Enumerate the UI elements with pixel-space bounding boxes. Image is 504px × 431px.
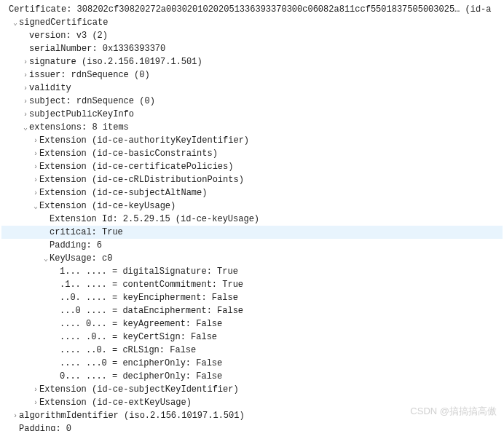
ext-bc-row[interactable]: › Extension (id-ce-basicConstraints) [1,147,503,160]
signed-certificate-row[interactable]: ⌄ signedCertificate [1,16,503,29]
chevron-right-icon[interactable]: › [32,175,39,186]
ku-bit8-label: 0... .... = decipherOnly: False [60,370,222,383]
ext-ku-row[interactable]: ⌄ Extension (id-ce-keyUsage) [1,199,503,213]
ext-cp-row[interactable]: › Extension (id-ce-certificatePolicies) [1,160,503,173]
ku-bit1-row[interactable]: .1.. .... = contentCommitment: True [1,278,503,291]
ext-crl-label: Extension (id-ce-cRLDistributionPoints) [39,173,244,186]
ku-bit0-row[interactable]: 1... .... = digitalSignature: True [1,265,503,278]
chevron-right-icon[interactable]: › [12,411,19,422]
algo-row[interactable]: › algorithmIdentifier (iso.2.156.10197.1… [1,409,503,422]
signature-label: signature (iso.2.156.10197.1.501) [29,55,202,68]
spki-row[interactable]: › subjectPublicKeyInfo [1,108,503,121]
serial-row[interactable]: serialNumber: 0x1336393370 [1,42,503,55]
chevron-blank-icon [52,371,60,382]
extensions-row[interactable]: ⌄ extensions: 8 items [1,121,503,134]
padding-label: Padding: 6 [50,239,102,252]
signed-certificate-label: signedCertificate [19,16,108,29]
subject-label: subject: rdnSequence (0) [29,95,155,108]
validity-label: validity [29,82,71,95]
chevron-blank-icon [12,424,19,432]
signature-row[interactable]: › signature (iso.2.156.10197.1.501) [1,55,503,68]
ku-bit6-label: .... ..0. = cRLSign: False [60,344,196,357]
chevron-blank-icon [52,266,60,277]
chevron-blank-icon [52,293,60,304]
ext-eku-row[interactable]: › Extension (id-ce-extKeyUsage) [1,396,503,409]
chevron-blank-icon [22,31,29,41]
chevron-down-icon[interactable]: ⌄ [12,17,19,28]
ku-bit7-label: .... ...0 = encipherOnly: False [60,357,222,370]
ext-eku-label: Extension (id-ce-extKeyUsage) [39,396,192,409]
critical-label: critical: True [50,226,123,239]
subject-row[interactable]: › subject: rdnSequence (0) [1,95,503,108]
chevron-right-icon[interactable]: › [22,83,29,94]
algo-label: algorithmIdentifier (iso.2.156.10197.1.5… [19,409,245,422]
chevron-down-icon[interactable]: ⌄ [22,122,29,133]
ku-bit1-label: .1.. .... = contentCommitment: True [60,278,243,291]
ku-bit3-row[interactable]: ...0 .... = dataEncipherment: False [1,304,503,317]
chevron-blank-icon [1,4,9,15]
chevron-blank-icon [22,44,29,55]
chevron-right-icon[interactable]: › [32,384,39,395]
keyusage-label: KeyUsage: c0 [50,252,112,265]
ku-bit6-row[interactable]: .... ..0. = cRLSign: False [1,344,503,357]
chevron-blank-icon [52,280,60,290]
validity-row[interactable]: › validity [1,82,503,95]
certificate-label: Certificate: 308202cf30820272a0030201020… [9,3,492,16]
ku-bit5-label: .... .0.. = keyCertSign: False [60,331,217,344]
ext-ski-row[interactable]: › Extension (id-ce-subjectKeyIdentifier) [1,383,503,396]
ext-cp-label: Extension (id-ce-certificatePolicies) [39,160,233,173]
chevron-right-icon[interactable]: › [32,398,39,408]
ext-ku-label: Extension (id-ce-keyUsage) [39,199,176,213]
chevron-right-icon[interactable]: › [22,109,29,120]
ku-bit4-label: .... 0... = keyAgreement: False [60,317,222,331]
chevron-right-icon[interactable]: › [32,135,39,146]
ext-san-row[interactable]: › Extension (id-ce-subjectAltName) [1,186,503,199]
ku-bit0-label: 1... .... = digitalSignature: True [60,265,238,278]
chevron-right-icon[interactable]: › [32,162,39,173]
certificate-row[interactable]: Certificate: 308202cf30820272a0030201020… [1,3,503,16]
issuer-label: issuer: rdnSequence (0) [29,68,150,82]
chevron-blank-icon [52,358,60,369]
chevron-blank-icon [42,214,50,225]
ku-bit2-label: ..0. .... = keyEncipherment: False [60,291,238,304]
ext-id-label: Extension Id: 2.5.29.15 (id-ce-keyUsage) [50,213,259,226]
ku-bit7-row[interactable]: .... ...0 = encipherOnly: False [1,357,503,370]
chevron-down-icon[interactable]: ⌄ [32,201,39,212]
ext-aki-label: Extension (id-ce-authorityKeyIdentifier) [39,134,249,147]
chevron-blank-icon [52,332,60,343]
serial-label: serialNumber: 0x1336393370 [29,42,165,55]
chevron-down-icon[interactable]: ⌄ [42,253,50,264]
chevron-right-icon[interactable]: › [32,149,39,159]
ext-san-label: Extension (id-ce-subjectAltName) [39,186,207,199]
ext-id-row[interactable]: Extension Id: 2.5.29.15 (id-ce-keyUsage) [1,213,503,226]
outer-padding-row[interactable]: Padding: 0 [1,422,503,431]
issuer-row[interactable]: › issuer: rdnSequence (0) [1,68,503,82]
ext-bc-label: Extension (id-ce-basicConstraints) [39,147,218,160]
chevron-right-icon[interactable]: › [22,57,29,68]
chevron-blank-icon [42,227,50,238]
padding-row[interactable]: Padding: 6 [1,239,503,252]
outer-padding-label: Padding: 0 [19,422,71,431]
chevron-right-icon[interactable]: › [32,188,39,199]
ku-bit4-row[interactable]: .... 0... = keyAgreement: False [1,317,503,331]
ku-bit8-row[interactable]: 0... .... = decipherOnly: False [1,370,503,383]
chevron-blank-icon [42,240,50,251]
critical-row[interactable]: critical: True [1,226,503,239]
chevron-right-icon[interactable]: › [22,96,29,107]
ku-bit3-label: ...0 .... = dataEncipherment: False [60,304,243,317]
keyusage-row[interactable]: ⌄ KeyUsage: c0 [1,252,503,265]
ext-aki-row[interactable]: › Extension (id-ce-authorityKeyIdentifie… [1,134,503,147]
chevron-blank-icon [52,345,60,356]
chevron-right-icon[interactable]: › [22,70,29,81]
ku-bit2-row[interactable]: ..0. .... = keyEncipherment: False [1,291,503,304]
chevron-blank-icon [52,306,60,317]
chevron-blank-icon [52,319,60,330]
spki-label: subjectPublicKeyInfo [29,108,134,121]
version-row[interactable]: version: v3 (2) [1,29,503,42]
extensions-label: extensions: 8 items [29,121,129,134]
ext-crl-row[interactable]: › Extension (id-ce-cRLDistributionPoints… [1,173,503,186]
version-label: version: v3 (2) [29,29,108,42]
ext-ski-label: Extension (id-ce-subjectKeyIdentifier) [39,383,239,396]
ku-bit5-row[interactable]: .... .0.. = keyCertSign: False [1,331,503,344]
